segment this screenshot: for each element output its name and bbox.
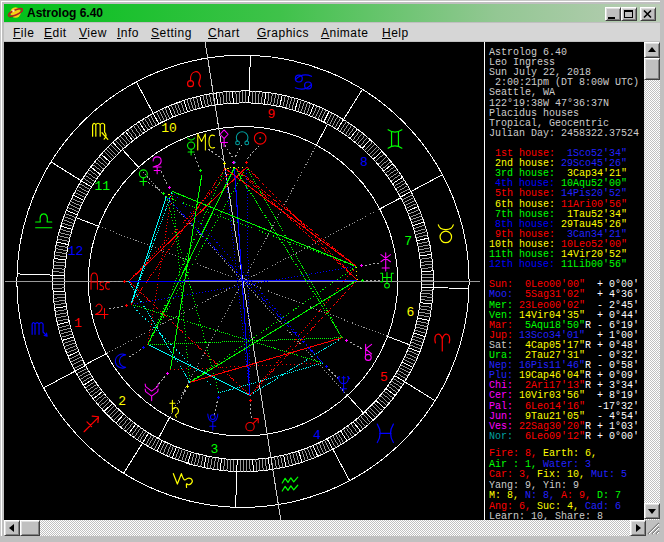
svg-text:8: 8 [360, 155, 368, 170]
svg-text:10: 10 [161, 121, 177, 136]
svg-text:1: 1 [74, 316, 82, 331]
svg-text:3: 3 [211, 442, 219, 457]
svg-text:7: 7 [404, 234, 412, 249]
svg-text:4: 4 [313, 428, 321, 443]
svg-text:11: 11 [94, 179, 110, 194]
svg-text:12: 12 [68, 244, 84, 259]
svg-text:2: 2 [118, 394, 126, 409]
svg-text:9: 9 [268, 107, 276, 122]
svg-text:5: 5 [380, 370, 388, 385]
svg-text:6: 6 [406, 305, 414, 320]
